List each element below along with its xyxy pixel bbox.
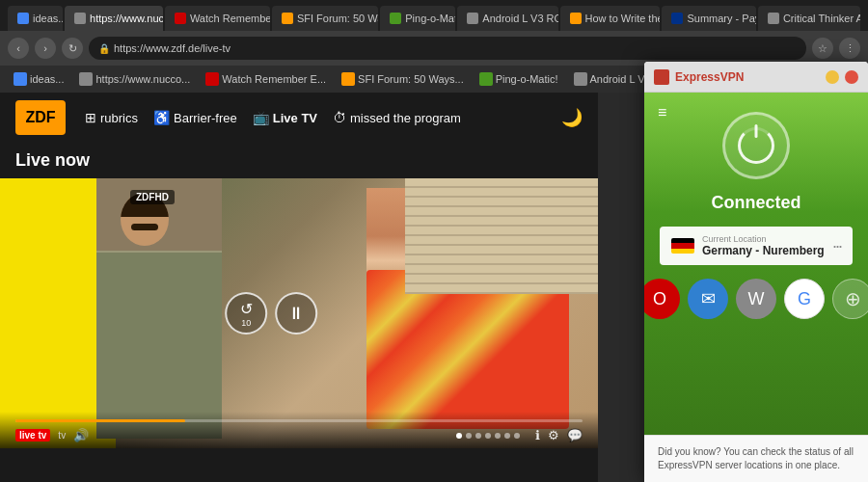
barrier-free-icon: ♿: [153, 110, 170, 125]
zdf-website: ZDF ⊞ rubrics ♿ Barrier-free 📺 Live TV ⏱…: [0, 93, 598, 482]
vpn-menu-icon[interactable]: ≡: [658, 104, 666, 121]
page-title: Live now: [0, 143, 598, 178]
dot-6[interactable]: [504, 433, 510, 439]
vpn-shortcut-opera[interactable]: O: [644, 279, 680, 319]
settings-button[interactable]: ⚙: [548, 428, 559, 442]
rewind-seconds: 10: [241, 318, 251, 328]
person-1: [96, 178, 222, 439]
back-button[interactable]: ‹: [8, 38, 29, 59]
menu-button[interactable]: ⋮: [839, 38, 860, 59]
tab-label-5: Ping-o-Matic!: [405, 13, 455, 24]
browser-toolbar: ‹ › ↻ 🔒 https://www.zdf.de/live-tv ☆ ⋮: [0, 31, 868, 66]
pause-icon: ⏸: [287, 304, 305, 324]
zdf-header: ZDF ⊞ rubrics ♿ Barrier-free 📺 Live TV ⏱…: [0, 93, 598, 143]
browser-tab-9[interactable]: Critical Thinker Aca...: [758, 6, 860, 31]
browser-tab-3[interactable]: Watch Remember E...: [165, 6, 270, 31]
bookmark-label-4: SFI Forum: 50 Ways...: [358, 73, 464, 85]
dot-3[interactable]: [475, 433, 481, 439]
live-tv-icon: 📺: [253, 110, 269, 125]
info-button[interactable]: ℹ: [535, 428, 540, 442]
vpn-location-row[interactable]: Current Location Germany - Nuremberg ···: [660, 227, 853, 265]
star-button[interactable]: ☆: [812, 38, 833, 59]
zdf-hd-badge: ZDFHD: [130, 190, 175, 204]
expressvpn-popup: ExpressVPN − × ≡ Connected Curre: [644, 62, 868, 482]
nav-missed-program[interactable]: ⏱ missed the program: [333, 110, 461, 125]
window-blinds: [405, 178, 598, 294]
volume-button[interactable]: 🔊: [73, 428, 89, 442]
address-bar[interactable]: 🔒 https://www.zdf.de/live-tv: [89, 37, 806, 60]
germany-flag-icon: [671, 238, 694, 254]
vpn-status-text: Connected: [711, 193, 800, 213]
vpn-more-options-button[interactable]: ···: [832, 236, 841, 256]
channel-dots: [456, 433, 520, 439]
location-name: Germany - Nuremberg: [702, 244, 825, 257]
browser-tab-2[interactable]: https://www.nucco...: [65, 6, 163, 31]
tab-favicon-8: [671, 13, 683, 24]
bookmark-favicon-1: [14, 72, 27, 86]
ssl-lock-icon: 🔒: [98, 43, 110, 54]
dot-1[interactable]: [456, 433, 462, 439]
video-player[interactable]: ZDFHD ↺ 10 ⏸ live tv tv 🔊: [0, 178, 598, 448]
nav-barrier-free[interactable]: ♿ Barrier-free: [153, 110, 237, 125]
power-line: [755, 124, 758, 138]
vpn-shortcut-wikipedia[interactable]: W: [736, 279, 776, 319]
tv-label: tv: [58, 430, 66, 441]
controls-row: live tv tv 🔊 ℹ ⚙ 💬: [15, 428, 583, 442]
dot-4[interactable]: [485, 433, 491, 439]
browser-tab-6[interactable]: Android L V3 ROM...: [457, 6, 557, 31]
current-location-label: Current Location: [702, 234, 825, 244]
dot-5[interactable]: [495, 433, 501, 439]
bookmark-favicon-6: [574, 72, 587, 86]
missed-program-icon: ⏱: [333, 110, 346, 125]
bookmark-5[interactable]: Ping-o-Matic!: [474, 70, 564, 88]
tab-label-9: Critical Thinker Aca...: [783, 13, 860, 24]
browser-tab-1[interactable]: ideas...: [8, 6, 63, 31]
playback-controls-overlay: ↺ 10 ⏸: [225, 292, 317, 335]
nav-live-tv[interactable]: 📺 Live TV: [253, 110, 317, 125]
tab-favicon-4: [282, 13, 293, 24]
bookmark-2[interactable]: https://www.nucco...: [73, 70, 196, 88]
nav-rubrics[interactable]: ⊞ rubrics: [85, 110, 138, 125]
vpn-minimize-button[interactable]: −: [826, 70, 839, 84]
bookmark-1[interactable]: ideas...: [8, 70, 69, 88]
tab-favicon-9: [768, 13, 779, 24]
tab-favicon-5: [390, 13, 401, 24]
missed-program-label: missed the program: [350, 111, 461, 125]
rubrics-label: rubrics: [100, 111, 138, 125]
chat-button[interactable]: 💬: [567, 428, 583, 442]
browser-tab-4[interactable]: SFI Forum: 50 Ways...: [272, 6, 378, 31]
tab-label-8: Summary - PayPal: [687, 13, 755, 24]
vpn-body: ≡ Connected Current Location Germany - N…: [644, 93, 868, 435]
refresh-button[interactable]: ↻: [62, 38, 83, 59]
bookmark-3[interactable]: Watch Remember E...: [200, 70, 332, 88]
bookmark-label-1: ideas...: [30, 73, 64, 85]
browser-tab-5[interactable]: Ping-o-Matic!: [380, 6, 455, 31]
forward-button[interactable]: ›: [35, 38, 56, 59]
tab-label-3: Watch Remember E...: [190, 13, 270, 24]
progress-bar[interactable]: [15, 419, 583, 422]
barrier-free-label: Barrier-free: [174, 111, 237, 125]
browser-tab-7[interactable]: How to Write the B...: [560, 6, 661, 31]
dot-7[interactable]: [514, 433, 520, 439]
moon-icon[interactable]: 🌙: [561, 107, 583, 128]
vpn-location-info: Current Location Germany - Nuremberg: [702, 234, 825, 257]
dot-2[interactable]: [466, 433, 472, 439]
browser-tab-8[interactable]: Summary - PayPal: [662, 6, 755, 31]
zdf-navigation: ⊞ rubrics ♿ Barrier-free 📺 Live TV ⏱ mis…: [85, 107, 583, 128]
bookmark-4[interactable]: SFI Forum: 50 Ways...: [336, 70, 470, 88]
rewind-button[interactable]: ↺ 10: [225, 292, 267, 335]
person-1-mustache: [131, 224, 158, 230]
tab-label-6: Android L V3 ROM...: [482, 13, 557, 24]
vpn-shortcut-more[interactable]: ⊕: [832, 279, 868, 319]
right-controls: ℹ ⚙ 💬: [535, 428, 583, 442]
bookmark-favicon-2: [79, 72, 93, 86]
bookmark-label-2: https://www.nucco...: [95, 73, 190, 85]
tab-favicon-3: [175, 13, 186, 24]
vpn-power-button[interactable]: [722, 112, 790, 179]
pause-button[interactable]: ⏸: [275, 292, 317, 335]
bookmark-favicon-3: [205, 72, 219, 86]
vpn-close-button[interactable]: ×: [845, 70, 858, 84]
vpn-shortcut-email[interactable]: ✉: [688, 279, 728, 319]
vpn-shortcut-google[interactable]: G: [784, 279, 825, 319]
flag-gold-stripe: [671, 249, 694, 254]
